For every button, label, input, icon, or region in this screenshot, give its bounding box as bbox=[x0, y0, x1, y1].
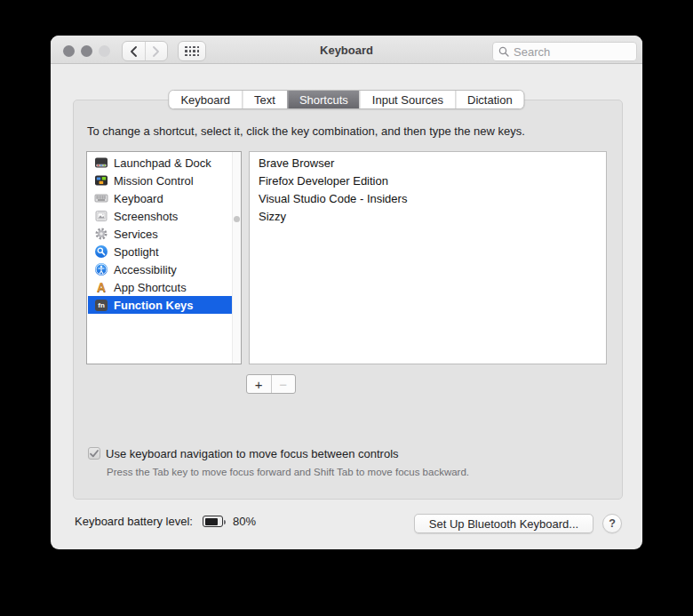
category-mission-control[interactable]: Mission Control bbox=[88, 172, 233, 189]
category-label: Keyboard bbox=[114, 192, 163, 205]
help-button[interactable]: ? bbox=[602, 514, 622, 533]
app-row-brave[interactable]: Brave Browser bbox=[251, 154, 605, 172]
keyboard-navigation-checkbox[interactable] bbox=[88, 447, 100, 460]
category-label: Spotlight bbox=[114, 245, 159, 259]
chevron-right-icon bbox=[152, 46, 160, 57]
category-label: Mission Control bbox=[114, 174, 194, 188]
add-app-button[interactable]: + bbox=[247, 375, 271, 393]
mission-control-icon bbox=[94, 173, 108, 188]
category-label: Screenshots bbox=[114, 210, 178, 223]
category-list-scrollbar[interactable] bbox=[232, 152, 241, 364]
tab-shortcuts[interactable]: Shortcuts bbox=[287, 91, 360, 108]
list-edit-controls: + − bbox=[246, 374, 296, 394]
titlebar: Keyboard Search bbox=[51, 36, 642, 64]
category-screenshots[interactable]: Screenshots bbox=[88, 207, 233, 225]
spotlight-icon bbox=[94, 244, 108, 259]
scrollbar-thumb[interactable] bbox=[234, 216, 240, 222]
keyboard-icon bbox=[94, 191, 108, 205]
accessibility-icon bbox=[94, 262, 108, 276]
function-key-app-list: Brave Browser Firefox Developer Edition … bbox=[249, 151, 607, 364]
instruction-text: To change a shortcut, select it, click t… bbox=[87, 124, 525, 138]
app-shortcuts-icon: A bbox=[94, 280, 108, 294]
app-row-vscode-insiders[interactable]: Visual Studio Code - Insiders bbox=[251, 189, 605, 207]
app-row-sizzy[interactable]: Sizzy bbox=[251, 207, 605, 225]
forward-button[interactable] bbox=[145, 42, 168, 60]
category-label: App Shortcuts bbox=[114, 281, 187, 294]
show-all-grid-icon bbox=[185, 46, 199, 57]
tab-bar: Keyboard Text Shortcuts Input Sources Di… bbox=[168, 90, 524, 109]
setup-bluetooth-keyboard-button[interactable]: Set Up Bluetooth Keyboard... bbox=[414, 514, 593, 533]
shortcut-category-list: Launchpad & Dock Mission Control Keyboar… bbox=[86, 151, 242, 364]
tab-dictation[interactable]: Dictation bbox=[455, 91, 524, 108]
category-services[interactable]: Services bbox=[88, 225, 233, 243]
category-label: Accessibility bbox=[114, 263, 177, 276]
battery-level-label: Keyboard battery level: bbox=[75, 515, 193, 528]
chevron-left-icon bbox=[130, 46, 138, 57]
battery-fill bbox=[205, 518, 218, 525]
search-icon bbox=[498, 46, 509, 57]
battery-icon bbox=[203, 516, 223, 527]
tab-input-sources[interactable]: Input Sources bbox=[360, 91, 455, 108]
category-label: Function Keys bbox=[114, 299, 194, 312]
tab-keyboard[interactable]: Keyboard bbox=[169, 91, 242, 108]
services-gear-icon bbox=[94, 227, 108, 241]
keyboard-preferences-window: Keyboard Search Keyboard Text S bbox=[51, 36, 642, 549]
close-button[interactable] bbox=[63, 45, 75, 57]
back-button[interactable] bbox=[123, 42, 145, 60]
launchpad-dock-icon bbox=[94, 156, 108, 170]
category-label: Services bbox=[114, 228, 158, 241]
category-app-shortcuts[interactable]: A App Shortcuts bbox=[88, 278, 233, 296]
remove-app-button[interactable]: − bbox=[271, 375, 296, 393]
category-launchpad-dock[interactable]: Launchpad & Dock bbox=[88, 154, 233, 172]
tab-text[interactable]: Text bbox=[242, 91, 287, 108]
category-spotlight[interactable]: Spotlight bbox=[88, 243, 233, 260]
category-accessibility[interactable]: Accessibility bbox=[88, 260, 233, 278]
category-function-keys[interactable]: fn Function Keys bbox=[88, 296, 234, 314]
nav-buttons bbox=[122, 41, 168, 61]
keyboard-navigation-help-text: Press the Tab key to move focus forward … bbox=[107, 467, 469, 477]
checkmark-icon bbox=[90, 450, 99, 458]
show-all-button[interactable] bbox=[178, 41, 206, 61]
search-placeholder: Search bbox=[514, 45, 550, 59]
search-input[interactable]: Search bbox=[492, 42, 637, 61]
minimize-button[interactable] bbox=[81, 45, 92, 57]
category-keyboard[interactable]: Keyboard bbox=[88, 189, 233, 207]
battery-terminal bbox=[224, 520, 227, 524]
keyboard-navigation-label: Use keyboard navigation to move focus be… bbox=[106, 447, 399, 460]
battery-percentage: 80% bbox=[233, 515, 256, 528]
app-row-firefox-dev[interactable]: Firefox Developer Edition bbox=[251, 172, 605, 189]
screenshots-icon bbox=[94, 209, 108, 223]
function-keys-icon: fn bbox=[94, 298, 108, 312]
category-label: Launchpad & Dock bbox=[114, 156, 211, 170]
zoom-button[interactable] bbox=[99, 45, 110, 57]
